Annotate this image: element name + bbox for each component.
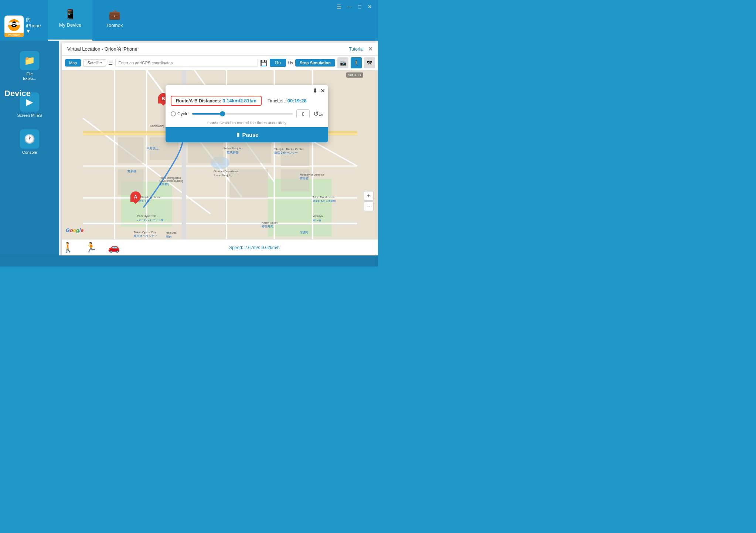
version-badge: Ver 3.3.1	[346, 72, 363, 78]
svg-text:Tokyo Opera City: Tokyo Opera City	[134, 231, 156, 234]
map-type-satellite-button[interactable]: Satellite	[83, 59, 106, 67]
hamburger-button[interactable]: ☰	[335, 3, 343, 10]
speed-bar: 🚶 🏃 🚗 Speed: 2.67m/s 9.62km/h	[62, 239, 378, 255]
run-icon: 🏃	[85, 242, 97, 253]
cycle-radio[interactable]: Cycle	[171, 111, 188, 116]
svg-text:東京おもちゃ美術館: 東京おもちゃ美術館	[313, 200, 336, 203]
time-left-label: TimeLeft:	[268, 98, 286, 103]
svg-text:Odakyu Department: Odakyu Department	[214, 170, 239, 173]
save-icon[interactable]: 💾	[260, 60, 268, 67]
cycle-label: Cycle	[177, 111, 188, 116]
go-button[interactable]: Go	[270, 59, 286, 67]
tutorial-link[interactable]: Tutorial	[349, 47, 364, 52]
vl-close-button[interactable]: ✕	[368, 45, 373, 52]
walk-mode-icon[interactable]: 🚶	[351, 57, 362, 68]
title-bar: ☰ ─ □ ✕	[331, 0, 378, 13]
virtual-location-window: Virtual Location - Orion的 iPhone Tutoria…	[62, 43, 378, 255]
svg-text:Ministry of Defense: Ministry of Defense	[300, 173, 324, 176]
car-icon: 🚗	[108, 242, 120, 253]
svg-text:Government Building: Government Building	[159, 180, 183, 183]
svg-text:西武新宿: 西武新宿	[227, 151, 238, 154]
vl-titlebar: Virtual Location - Orion的 iPhone Tutoria…	[62, 43, 378, 56]
tab-toolbox[interactable]: 💼 Toolbox	[92, 0, 137, 41]
svg-rect-27	[118, 137, 143, 163]
close-button[interactable]: ✕	[366, 3, 374, 10]
device-tab-icon: 📱	[64, 9, 76, 20]
tab-my-device[interactable]: 📱 My Device	[48, 0, 92, 41]
app-logo: Premium 的 iPhone ▼	[0, 13, 48, 41]
svg-text:Park Hyatt Tok...: Park Hyatt Tok...	[137, 214, 158, 218]
svg-rect-34	[281, 169, 310, 191]
file-explorer-label: FileExplo...	[23, 72, 37, 81]
logo-icon: Premium	[4, 16, 24, 35]
route-distance-box: Route/A-B Distances: 3.14km/2.81km	[171, 96, 262, 106]
sidebar-item-file-explorer[interactable]: 📁 FileExplo...	[0, 48, 59, 84]
svg-text:新宿文化センター: 新宿文化センター	[274, 151, 298, 155]
svg-text:Naien Gaien: Naien Gaien	[262, 221, 277, 224]
svg-text:神宮外苑: 神宮外苑	[262, 225, 273, 228]
google-logo: Google	[66, 227, 84, 233]
svg-text:Seibu-Shinjuku: Seibu-Shinjuku	[223, 147, 242, 150]
svg-text:Shinjuku Bunka Center: Shinjuku Bunka Center	[274, 147, 304, 151]
premium-badge: Premium	[4, 33, 24, 37]
app-header: Premium 的 iPhone ▼ 📱 My Device 💼 Toolbox…	[0, 0, 378, 41]
vl-title: Virtual Location - Orion的 iPhone	[67, 46, 349, 52]
sim-cycle-row: Cycle 0 ↺AB	[166, 108, 328, 120]
minimize-button[interactable]: ─	[345, 3, 353, 10]
svg-point-3	[13, 24, 15, 25]
svg-text:東京都庁: 東京都庁	[159, 183, 170, 186]
ab-swap-icon[interactable]: ↺AB	[313, 110, 323, 118]
toolbox-tab-icon: 💼	[109, 9, 120, 20]
cycle-slider-container[interactable]	[192, 111, 293, 116]
marker-a-circle: A	[128, 189, 143, 204]
cycle-radio-circle	[171, 111, 176, 116]
sim-panel-header: ⬇ ✕	[166, 85, 328, 94]
map-type-map-button[interactable]: Map	[65, 59, 81, 67]
sidebar: Device 📁 FileExplo... ▶ Screen Mi ES 🕐 C…	[0, 41, 59, 255]
map-area: Kashiwaqi ES 中野坂上 西武新宿 Seibu-Shinjuku Sh…	[62, 70, 378, 255]
camera-icon[interactable]: 📷	[337, 57, 348, 68]
svg-text:Hatsudai: Hatsudai	[166, 231, 177, 234]
svg-text:信濃町: 信濃町	[300, 231, 309, 234]
zoom-in-button[interactable]: +	[364, 191, 374, 201]
status-bar	[0, 255, 378, 266]
car-speed-option[interactable]: 🚗	[108, 242, 120, 253]
cycle-count[interactable]: 0	[296, 109, 310, 118]
map-toolbar: Map Satellite ☰ 💾 Go Us Stop Simulation …	[62, 56, 378, 70]
stop-simulation-button[interactable]: Stop Simulation	[295, 59, 335, 67]
zoom-controls: + −	[364, 191, 374, 211]
zoom-out-button[interactable]: −	[364, 201, 374, 211]
walk-icon: 🚶	[62, 242, 74, 253]
maximize-button[interactable]: □	[356, 3, 363, 10]
svg-text:初台: 初台	[166, 235, 172, 238]
svg-text:Yotsuya: Yotsuya	[313, 214, 323, 218]
svg-text:野新橋: 野新橋	[127, 170, 136, 173]
walk-speed-option[interactable]: 🚶	[62, 242, 74, 253]
screen-mirror-label: Screen Mi ES	[17, 113, 42, 118]
nav-tabs: 📱 My Device 💼 Toolbox	[48, 0, 137, 41]
console-label: Console	[22, 150, 37, 155]
sim-hint: mouse wheel to control the times accurat…	[166, 120, 328, 127]
extra-icon[interactable]: 🗺	[364, 57, 375, 68]
list-icon[interactable]: ☰	[108, 60, 113, 66]
svg-text:Tokyo Metropolitan: Tokyo Metropolitan	[159, 177, 181, 180]
sim-download-button[interactable]: ⬇	[313, 87, 317, 94]
svg-text:中野坂上: 中野坂上	[147, 147, 159, 150]
simulation-panel: ⬇ ✕ Route/A-B Distances: 3.14km/2.81km T…	[166, 85, 328, 142]
pause-button[interactable]: ⏸ Pause	[166, 127, 328, 142]
svg-rect-33	[229, 169, 268, 198]
svg-text:東京オペラシティ: 東京オペラシティ	[134, 234, 157, 238]
device-section-label: Device	[0, 81, 59, 103]
speed-text: Speed: 2.67m/s 9.62km/h	[229, 245, 280, 250]
coord-input[interactable]	[115, 59, 258, 67]
svg-text:Tokyo Toy Museum: Tokyo Toy Museum	[313, 196, 334, 199]
svg-text:四ッ谷: 四ッ谷	[313, 218, 321, 222]
run-speed-option[interactable]: 🏃	[85, 242, 97, 253]
svg-text:パークハイアット東...: パークハイアット東...	[137, 218, 166, 222]
device-name: 的 iPhone ▼	[26, 16, 44, 34]
marker-a: A	[130, 191, 141, 202]
use-label: Us	[288, 61, 293, 65]
sidebar-item-console[interactable]: 🕐 Console	[0, 126, 59, 157]
time-left-value: 00:19:28	[287, 98, 307, 103]
sim-close-button[interactable]: ✕	[320, 87, 325, 94]
